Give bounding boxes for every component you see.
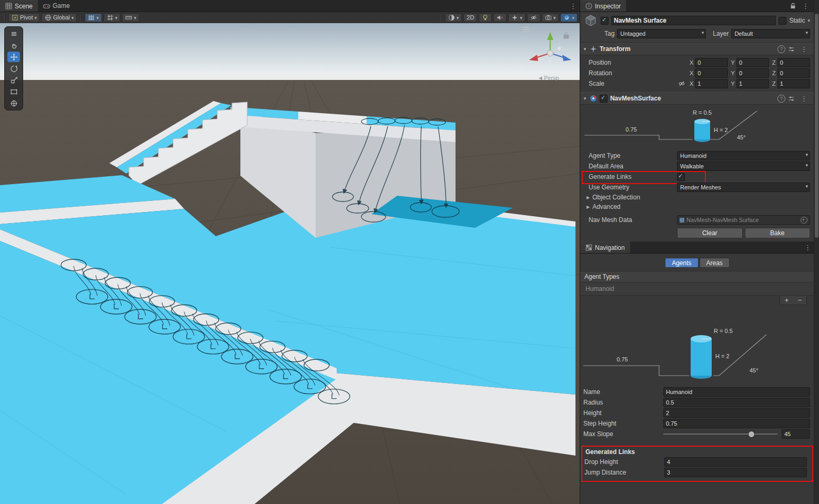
radius-label: Radius — [583, 399, 663, 406]
agent-type-dropdown[interactable]: Humanoid — [677, 151, 810, 160]
tab-inspector[interactable]: Inspector — [580, 0, 626, 12]
diagram-slope-label: 45° — [737, 134, 746, 140]
foldout-open-icon[interactable] — [583, 96, 587, 101]
shading-mode-dropdown[interactable] — [445, 13, 462, 22]
tab-navigation[interactable]: Navigation — [580, 241, 630, 253]
tab-game[interactable]: Game — [38, 0, 75, 12]
object-picker-icon[interactable] — [801, 217, 807, 224]
areas-tab[interactable]: Areas — [700, 258, 730, 268]
scale-x-field[interactable] — [697, 80, 725, 87]
speaker-muted-icon — [497, 14, 503, 21]
foldout-closed-icon — [587, 205, 590, 209]
scale-y-field[interactable] — [739, 80, 766, 87]
position-z-field[interactable] — [780, 59, 807, 66]
position-y-field[interactable] — [739, 59, 766, 66]
effects-dropdown[interactable] — [508, 13, 525, 22]
navmeshsurface-enabled-checkbox[interactable] — [600, 95, 608, 103]
help-icon[interactable] — [777, 95, 785, 103]
object-collection-foldout[interactable]: Object Collection — [580, 193, 814, 202]
diagram-height-label: H = 2 — [715, 353, 730, 359]
view-tool[interactable] — [7, 40, 20, 51]
y-axis-label: Y — [731, 59, 735, 66]
pivot-dropdown[interactable]: Pivot — [8, 13, 40, 22]
transform-header[interactable]: Transform — [580, 43, 814, 55]
z-axis-label: Z — [772, 59, 776, 66]
snap-increment-dropdown[interactable] — [122, 13, 139, 22]
toolbar-handle — [4, 14, 5, 22]
rotate-tool[interactable] — [7, 63, 20, 74]
presets-icon[interactable] — [788, 46, 795, 53]
navmeshsurface-menu-icon[interactable] — [797, 95, 811, 103]
lock-icon[interactable] — [790, 3, 796, 9]
navmeshsurface-header[interactable]: NavMeshSurface — [580, 92, 814, 105]
position-x-field[interactable] — [697, 59, 725, 66]
move-tool[interactable] — [7, 52, 20, 62]
ruler-icon — [125, 14, 132, 21]
radius-field[interactable] — [666, 399, 807, 406]
scene-visibility-toggle[interactable] — [527, 13, 540, 22]
static-dropdown-icon[interactable] — [807, 18, 810, 23]
static-checkbox[interactable] — [778, 17, 786, 25]
scrollbar-thumb[interactable] — [815, 14, 818, 238]
transform-tool[interactable] — [7, 98, 20, 108]
clear-button[interactable]: Clear — [677, 228, 743, 238]
height-field[interactable] — [666, 410, 807, 416]
rotation-y-field[interactable] — [739, 70, 766, 76]
navigation-mode-tabs: Agents Areas — [580, 254, 814, 271]
tag-dropdown[interactable]: Untagged — [617, 29, 706, 38]
persp-label[interactable]: Persp — [544, 75, 559, 81]
rotation-x-field[interactable] — [697, 70, 725, 76]
jump-distance-row: Jump Distance — [583, 467, 811, 478]
navigation-menu-icon[interactable] — [801, 241, 814, 253]
nav-mesh-data-field[interactable]: NavMesh-NavMesh Surface — [677, 215, 810, 225]
jump-distance-field[interactable] — [667, 469, 804, 476]
gameobject-name-field[interactable] — [611, 16, 776, 25]
agents-tab[interactable]: Agents — [665, 258, 698, 268]
global-arrow-icon — [72, 15, 74, 21]
max-slope-field[interactable] — [784, 431, 807, 437]
audio-toggle[interactable] — [493, 13, 507, 22]
inspector-panel: Inspector Static Tag Unta — [580, 0, 819, 504]
2d-toggle[interactable]: 2D — [463, 13, 477, 22]
agent-list-item[interactable]: Humanoid — [580, 285, 814, 293]
advanced-foldout[interactable]: Advanced — [580, 202, 814, 211]
grid-visibility-dropdown[interactable] — [85, 13, 102, 22]
slider-thumb[interactable] — [748, 431, 755, 438]
scene-viewport[interactable]: ◄ Persp — [0, 23, 580, 504]
help-icon[interactable] — [777, 45, 785, 53]
constrain-proportions-icon[interactable] — [679, 80, 685, 87]
drop-height-field[interactable] — [667, 459, 804, 465]
agent-type-label: Agent Type — [589, 152, 677, 159]
snap-settings-dropdown[interactable] — [104, 13, 121, 22]
use-geometry-dropdown[interactable]: Render Meshes — [677, 183, 810, 192]
rect-tool[interactable] — [7, 86, 20, 97]
global-dropdown[interactable]: Global — [42, 13, 77, 22]
scale-tool[interactable] — [7, 75, 20, 85]
scene-lighting-toggle[interactable] — [479, 13, 492, 22]
transform-menu-icon[interactable] — [797, 45, 811, 53]
remove-agent-button[interactable]: − — [793, 296, 806, 304]
scale-z-field[interactable] — [780, 80, 807, 87]
tag-label: Tag — [604, 30, 614, 37]
add-agent-button[interactable]: + — [780, 296, 793, 304]
gameobject-active-checkbox[interactable] — [601, 17, 609, 25]
inspector-menu-icon[interactable] — [799, 2, 812, 10]
foldout-open-icon[interactable] — [583, 47, 587, 52]
scene-panel-menu-icon[interactable] — [567, 0, 580, 12]
inspector-scrollbar[interactable] — [814, 0, 819, 504]
generate-links-row: Generate Links — [580, 172, 814, 182]
layer-dropdown[interactable]: Default — [731, 29, 810, 38]
rotation-z-field[interactable] — [780, 70, 807, 76]
camera-dropdown[interactable] — [542, 13, 559, 22]
tools-menu[interactable] — [7, 28, 20, 39]
agent-name-field[interactable] — [666, 389, 807, 395]
default-area-dropdown[interactable]: Walkable — [677, 162, 810, 171]
presets-icon[interactable] — [788, 95, 795, 102]
bake-button[interactable]: Bake — [745, 228, 811, 238]
nav-mesh-data-label: Nav Mesh Data — [589, 216, 677, 224]
overlays-dropdown[interactable] — [560, 13, 578, 22]
step-height-field[interactable] — [666, 420, 807, 427]
max-slope-slider[interactable] — [663, 430, 777, 438]
tab-scene[interactable]: Scene — [0, 0, 38, 12]
generate-links-checkbox[interactable] — [677, 173, 685, 181]
